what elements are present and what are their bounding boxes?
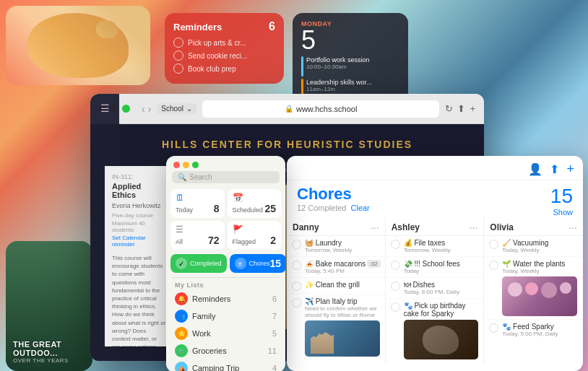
list-reminders-name: Reminders xyxy=(192,294,268,303)
chores-person-icon[interactable]: 👤 xyxy=(528,162,542,176)
list-item-reminders[interactable]: 🔔 Reminders 6 xyxy=(172,290,280,307)
task-circle-a4[interactable] xyxy=(391,302,400,312)
list-camping-count: 4 xyxy=(272,364,277,371)
rem-cat-scheduled[interactable]: 📅 Scheduled 25 xyxy=(228,189,282,218)
rem-close-btn[interactable] xyxy=(173,162,180,168)
rem-min-btn[interactable] xyxy=(183,162,189,168)
flagged-label: Flagged xyxy=(233,238,256,245)
completed-label: Completed xyxy=(190,260,222,267)
chores-share-icon[interactable]: ⬆ xyxy=(550,162,559,176)
chores-add-icon[interactable]: + xyxy=(566,162,574,177)
calendar-event-1: Portfolio work session 10:00–10:30am xyxy=(301,56,399,77)
task-circle[interactable] xyxy=(292,240,301,249)
rem-cat-today[interactable]: 🗓 Today 8 xyxy=(170,189,225,218)
reminder-text-2: Send cookie reci... xyxy=(188,52,247,60)
safari-fullscreen-button[interactable] xyxy=(122,105,130,113)
task-circle-3[interactable] xyxy=(292,281,301,291)
list-family-name: Family xyxy=(192,312,268,320)
dog-task-image xyxy=(404,320,479,359)
chores-list-count: 15 xyxy=(270,258,282,269)
task-info-a4: 🐾 Pick up birthday cake for Sparky xyxy=(404,302,479,359)
safari-tab-label[interactable]: School xyxy=(161,105,183,113)
safari-add-tab-icon[interactable]: + xyxy=(470,103,475,114)
chores-show-btn[interactable]: Show xyxy=(550,208,573,217)
danny-col-more[interactable]: ··· xyxy=(371,222,379,233)
task-timer: :32 xyxy=(367,260,381,268)
list-item-camping[interactable]: ⛺ Camping Trip 4 xyxy=(172,359,280,371)
reminders-widget-title: Reminders xyxy=(173,22,222,32)
ashley-col-header: Ashley ··· xyxy=(386,218,484,236)
search-placeholder: Search xyxy=(189,173,212,181)
task-name-o1: 🧹 Vacuuming xyxy=(502,239,548,247)
lists-container: 🔔 Reminders 6 👥 Family 7 ⭐ Work 5 🛒 Groc… xyxy=(166,290,285,371)
outdoors-subtitle: OVER THE YEARS xyxy=(13,357,85,364)
list-item-groceries[interactable]: 🛒 Groceries 11 xyxy=(172,342,280,359)
chores-title-block: Chores 12 Completed Clear xyxy=(297,185,370,212)
task-name: 🧺 Laundry xyxy=(305,239,352,247)
safari-url: www.hchs.school xyxy=(296,105,357,113)
safari-reload-icon[interactable]: ↻ xyxy=(445,103,453,114)
list-groceries-icon: 🛒 xyxy=(175,344,188,357)
flagged-icon: 🚩 xyxy=(233,224,277,235)
flagged-count: 2 xyxy=(270,235,276,246)
reminders-categories: 🗓 Today 8 📅 Scheduled 25 ☰ All 72 🚩 Flag… xyxy=(166,188,285,251)
safari-back-button[interactable]: ‹ xyxy=(142,103,145,115)
flowers-image xyxy=(502,276,577,316)
task-circle-o3[interactable] xyxy=(489,323,498,333)
task-info-2: 🍝 Bake macarons Today, 5:40 PM xyxy=(305,260,366,274)
task-danny-grill: ✨ Clean the grill xyxy=(287,278,385,294)
rem-cat-all[interactable]: ☰ All 72 xyxy=(170,221,225,250)
reminder-text-3: Book club prep xyxy=(188,65,236,73)
today-count: 8 xyxy=(214,203,220,214)
task-circle-o1[interactable] xyxy=(489,240,498,249)
ashley-column: Ashley ··· 💰 File taxes Tomorrow, Weekly… xyxy=(386,218,485,365)
task-due-o1: Today, Weekly xyxy=(502,247,548,253)
reminder-item-3: Book club prep xyxy=(173,64,275,74)
chores-clear-btn[interactable]: Clear xyxy=(351,204,370,212)
safari-forward-button[interactable]: › xyxy=(148,103,152,115)
task-due-a3: Today, 8:00 PM, Daily xyxy=(404,289,459,295)
rem-cat-completed[interactable]: ✓ Completed xyxy=(170,254,227,273)
task-due-a1: Tomorrow, Weekly xyxy=(404,247,451,253)
chores-count-block: 15 Show xyxy=(550,185,573,217)
task-circle-a1[interactable] xyxy=(391,240,400,249)
task-name-a3: 🍽 Dishes xyxy=(404,281,459,289)
rem-cat-chores[interactable]: ≡ Chores 15 xyxy=(230,254,285,273)
safari-share-icon[interactable]: ⬆ xyxy=(457,103,465,114)
task-info-a3: 🍽 Dishes Today, 8:00 PM, Daily xyxy=(404,281,459,295)
task-danny-macarons: 🍝 Bake macarons Today, 5:40 PM :32 xyxy=(287,257,385,278)
course-instructor: Evoria Herkowitz xyxy=(112,202,166,209)
event-title-2: Leadership skills wor... xyxy=(306,79,372,86)
italy-image xyxy=(305,320,380,357)
all-label: All xyxy=(176,238,183,245)
safari-address-bar[interactable]: 🔒 www.hchs.school xyxy=(202,100,439,118)
task-info: 🧺 Laundry Tomorrow, Weekly xyxy=(305,239,352,253)
chores-total-count: 15 xyxy=(550,185,573,208)
scheduled-icon: 📅 xyxy=(233,193,277,203)
task-circle-2[interactable] xyxy=(292,261,301,270)
reminder-text-1: Pick up arts & cr... xyxy=(188,39,246,47)
task-circle-o2[interactable] xyxy=(489,261,498,270)
reminders-search[interactable]: 🔍 Search xyxy=(172,171,280,183)
sidebar-menu-icon[interactable]: ☰ xyxy=(100,102,110,114)
course-detail-3[interactable]: Set Calendar reminder xyxy=(112,235,166,248)
list-item-family[interactable]: 👥 Family 7 xyxy=(172,307,280,325)
task-name-a4: 🐾 Pick up birthday cake for Sparky xyxy=(404,302,479,318)
olivia-col-more[interactable]: ··· xyxy=(568,222,577,233)
task-circle-a3[interactable] xyxy=(391,281,400,291)
task-danny-laundry: 🧺 Laundry Tomorrow, Weekly xyxy=(287,236,385,257)
rem-full-btn[interactable] xyxy=(192,162,199,168)
task-olivia-vacuum: 🧹 Vacuuming Today, Weekly xyxy=(484,236,583,257)
calendar-day: MONDAY xyxy=(301,20,399,27)
ashley-col-more[interactable]: ··· xyxy=(470,222,478,233)
task-due-4: Need to confirm whether we should fly to… xyxy=(305,305,380,318)
task-circle-a2[interactable] xyxy=(391,261,400,270)
rem-cat-flagged[interactable]: 🚩 Flagged 2 xyxy=(228,221,282,250)
course-name: Applied Ethics xyxy=(112,182,166,199)
completed-checkmark: ✓ xyxy=(176,258,187,269)
task-circle-4[interactable] xyxy=(292,298,301,307)
list-work-count: 5 xyxy=(272,329,277,338)
list-item-work[interactable]: ⭐ Work 5 xyxy=(172,325,280,342)
course-code: IN-311: xyxy=(112,173,166,180)
dog-image xyxy=(6,6,150,85)
